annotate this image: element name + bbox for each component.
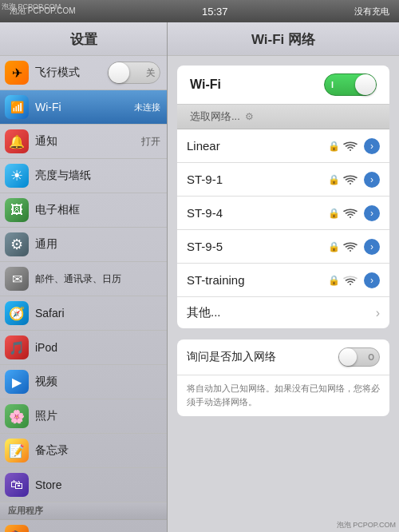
mail-icon: ✉ — [5, 267, 29, 291]
safari-label: Safari — [35, 307, 160, 320]
notes-label: 备忘录 — [35, 443, 160, 458]
ask-join-section: 询问是否加入网络 O 将自动加入已知网络。如果没有已知网络，您将必须手动选择网络… — [177, 339, 389, 416]
sidebar-item-airplane[interactable]: ✈ 飞行模式 关 — [0, 56, 167, 90]
lock-icon-st91: 🔒 — [328, 174, 340, 185]
ask-join-toggle[interactable]: O — [338, 347, 380, 367]
sidebar-item-brightness[interactable]: ☀ 亮度与墙纸 — [0, 159, 167, 193]
photo-label: 照片 — [35, 409, 160, 423]
lock-icon-st95: 🔒 — [328, 241, 340, 252]
network-item-st95[interactable]: ST-9-5 🔒 › — [177, 230, 389, 264]
sidebar-item-photo[interactable]: 🌸 照片 — [0, 399, 167, 434]
video-label: 视频 — [35, 375, 160, 389]
notice-badge: 打开 — [141, 135, 160, 149]
airplane-toggle[interactable]: 关 — [108, 62, 160, 84]
airplane-toggle-thumb — [109, 62, 129, 83]
sidebar-item-store[interactable]: 🛍 Store — [0, 468, 167, 502]
network-name-st95: ST-9-5 — [187, 240, 328, 253]
sidebar-item-ipod[interactable]: 🎵 iPod — [0, 331, 167, 365]
wifi-toggle-on-text: I — [331, 80, 334, 89]
top-bar-battery: 没有充电 — [354, 6, 389, 18]
notes-icon: 📝 — [5, 439, 29, 463]
network-name-training: ST-training — [187, 273, 328, 287]
wifi-signal-st94 — [343, 208, 358, 219]
ask-join-thumb — [339, 348, 357, 366]
wifi-toggle-thumb — [355, 74, 376, 95]
ask-join-description: 将自动加入已知网络。如果没有已知网络，您将必须手动选择网络。 — [177, 375, 389, 416]
wifi-toggle-row: Wi-Fi I — [177, 66, 389, 105]
network-item-st91[interactable]: ST-9-1 🔒 › — [177, 163, 389, 197]
wifi-sidebar-label: Wi-Fi — [35, 101, 134, 113]
store-icon: 🛍 — [5, 473, 29, 497]
video-icon: ▶ — [5, 370, 29, 394]
main-layout: 设置 ✈ 飞行模式 关 📶 Wi-Fi 未连接 🔔 通知 打开 ☀ 亮度与墙纸 — [0, 22, 399, 532]
airplane-toggle-text: 关 — [146, 67, 155, 79]
watermark-top: 泡泡 PCPOP.COM — [2, 2, 61, 12]
select-network-label: 选取网络... — [190, 109, 240, 124]
network-name-st94: ST-9-4 — [187, 206, 328, 220]
brightness-label: 亮度与墙纸 — [35, 169, 160, 183]
network-name-st91: ST-9-1 — [187, 173, 328, 186]
network-item-training[interactable]: ST-training 🔒 › — [177, 264, 389, 297]
sidebar-item-video[interactable]: ▶ 视频 — [0, 365, 167, 399]
sidebar-section-apps: 应用程序 — [0, 502, 167, 520]
network-icons-linear: 🔒 › — [328, 138, 380, 154]
network-icons-st95: 🔒 › — [328, 239, 380, 255]
airplane-icon: ✈ — [5, 61, 29, 85]
sidebar-item-mail[interactable]: ✉ 邮件、通讯录、日历 — [0, 262, 167, 296]
network-list: Linear 🔒 › ST-9-1 🔒 — [177, 129, 389, 328]
general-icon: ⚙ — [5, 232, 29, 256]
lock-icon-linear: 🔒 — [328, 141, 340, 152]
photo-icon: 🌸 — [5, 404, 29, 428]
detail-arrow-st94[interactable]: › — [364, 205, 380, 221]
ask-join-toggle-text: O — [368, 353, 374, 362]
sidebar-item-safari[interactable]: 🧭 Safari — [0, 296, 167, 331]
notice-icon: 🔔 — [5, 129, 29, 153]
ipod-label: iPod — [35, 341, 160, 354]
wifi-signal-linear — [343, 141, 358, 152]
ask-join-row: 询问是否加入网络 O — [177, 339, 389, 375]
detail-arrow-linear[interactable]: › — [364, 138, 380, 154]
wifi-signal-st95 — [343, 241, 358, 252]
network-icons-st91: 🔒 › — [328, 172, 380, 188]
sidebar-item-notice[interactable]: 🔔 通知 打开 — [0, 125, 167, 159]
network-item-other[interactable]: 其他... › — [177, 297, 389, 328]
sidebar-item-photoframe[interactable]: 🖼 电子相框 — [0, 193, 167, 228]
brightness-icon: ☀ — [5, 164, 29, 188]
wifi-toggle-label: Wi-Fi — [190, 77, 221, 92]
network-item-linear[interactable]: Linear 🔒 › — [177, 129, 389, 163]
sidebar-item-ibooks[interactable]: 📚 iBooks — [0, 520, 167, 532]
network-icons-st94: 🔒 › — [328, 205, 380, 221]
sidebar-item-wifi[interactable]: 📶 Wi-Fi 未连接 — [0, 90, 167, 125]
detail-arrow-st95[interactable]: › — [364, 239, 380, 255]
top-bar-clock: 15:37 — [202, 6, 228, 18]
ipod-icon: 🎵 — [5, 335, 29, 359]
general-label: 通用 — [35, 237, 160, 252]
wifi-panel: Wi-Fi 网络 Wi-Fi I 选取网络... ⚙ Linear 🔒 — [168, 22, 399, 532]
sidebar: 设置 ✈ 飞行模式 关 📶 Wi-Fi 未连接 🔔 通知 打开 ☀ 亮度与墙纸 — [0, 22, 168, 532]
photoframe-icon: 🖼 — [5, 198, 29, 222]
lock-icon-training: 🔒 — [328, 275, 340, 286]
ibooks-icon: 📚 — [5, 525, 29, 532]
watermark-bottom: 泡泡 PCPOP.COM — [337, 520, 396, 530]
detail-arrow-training[interactable]: › — [364, 272, 380, 288]
notice-label: 通知 — [35, 134, 141, 149]
loading-indicator: ⚙ — [245, 111, 254, 122]
wifi-sidebar-badge: 未连接 — [134, 101, 160, 113]
store-label: Store — [35, 478, 160, 491]
sidebar-item-general[interactable]: ⚙ 通用 — [0, 228, 167, 262]
ask-join-label: 询问是否加入网络 — [187, 350, 276, 364]
mail-label: 邮件、通讯录、日历 — [35, 272, 160, 286]
detail-arrow-st91[interactable]: › — [364, 172, 380, 188]
safari-icon: 🧭 — [5, 301, 29, 325]
airplane-label: 飞行模式 — [35, 66, 108, 80]
network-name-linear: Linear — [187, 139, 328, 153]
wifi-toggle[interactable]: I — [324, 73, 377, 96]
sidebar-item-notes[interactable]: 📝 备忘录 — [0, 434, 167, 468]
select-network-header: 选取网络... ⚙ — [177, 105, 389, 129]
photoframe-label: 电子相框 — [35, 203, 160, 217]
other-network-label: 其他... — [187, 305, 376, 320]
wifi-signal-training — [343, 275, 358, 286]
wifi-panel-title: Wi-Fi 网络 — [168, 22, 399, 56]
wifi-sidebar-icon: 📶 — [5, 95, 29, 119]
network-item-st94[interactable]: ST-9-4 🔒 › — [177, 197, 389, 230]
